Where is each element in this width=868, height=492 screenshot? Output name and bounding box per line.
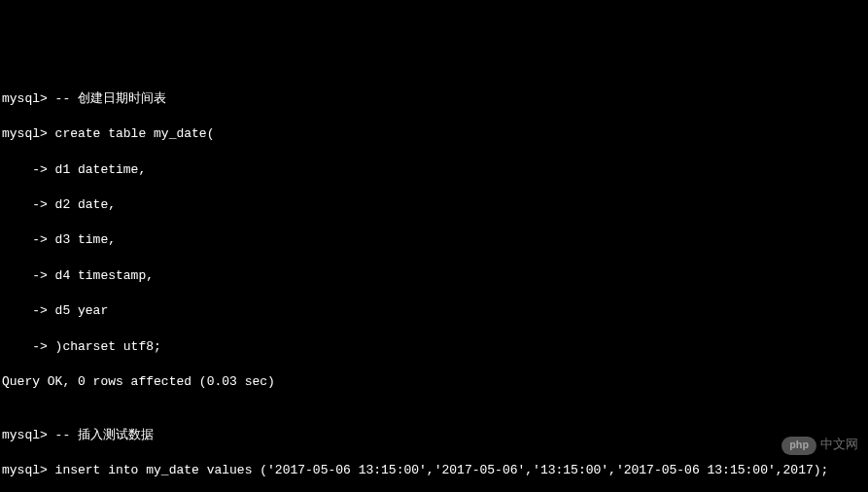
terminal-output: mysql> -- 创建日期时间表 mysql> create table my…: [2, 73, 866, 492]
terminal-line: -> d1 datetime,: [2, 161, 866, 179]
terminal-line: -> d4 timestamp,: [2, 267, 866, 285]
terminal-line: mysql> create table my_date(: [2, 125, 866, 143]
terminal-line: mysql> -- 插入测试数据: [2, 427, 866, 444]
watermark: php 中文网: [781, 437, 858, 455]
watermark-text: 中文网: [820, 437, 858, 454]
terminal-line: -> d5 year: [2, 302, 866, 320]
terminal-line: Query OK, 0 rows affected (0.03 sec): [2, 373, 866, 391]
terminal-line: mysql> -- 创建日期时间表: [2, 90, 866, 108]
terminal-line: -> d2 date,: [2, 196, 866, 214]
watermark-badge: php: [781, 437, 816, 455]
terminal-line: mysql> insert into my_date values ('2017…: [2, 462, 866, 479]
terminal-line: -> )charset utf8;: [2, 338, 866, 356]
terminal-line: -> d3 time,: [2, 231, 866, 249]
